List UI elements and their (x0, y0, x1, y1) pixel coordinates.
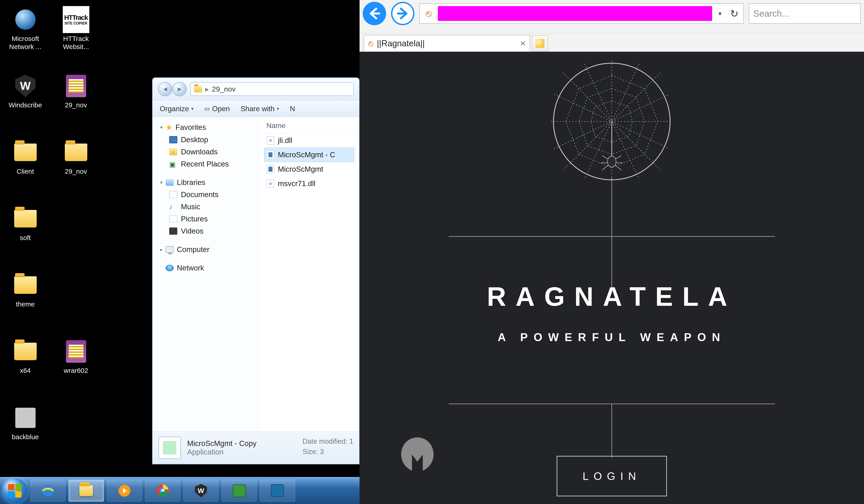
folder-icon (14, 276, 37, 294)
file-row[interactable]: ⚙ msvcr71.dll (264, 176, 354, 191)
sidebar-item-pictures[interactable]: Pictures (153, 213, 259, 225)
windscribe-icon: W (194, 484, 208, 497)
folder-icon (14, 144, 37, 161)
start-button[interactable] (2, 478, 27, 503)
ie-new-tab-button[interactable] (532, 35, 548, 51)
taskbar-item-procexp[interactable] (221, 480, 257, 502)
procexp-icon (233, 484, 246, 497)
ie-toolbar: ⎋ ▾ ↻ Search... (360, 0, 864, 33)
ie-browser-window: ⎋ ▾ ↻ Search... ⎋ ||Ragnatela|| × (360, 0, 864, 504)
reload-button[interactable]: ↻ (728, 8, 741, 19)
dll-file-icon: ⚙ (267, 136, 274, 145)
tree-expander-icon: ▾ (160, 180, 163, 185)
desktop-icon-wrar602[interactable]: wrar602 (53, 334, 99, 400)
details-size-value: 3 (320, 448, 324, 456)
ie-address-bar[interactable]: ⎋ ▾ ↻ (419, 3, 744, 24)
windows-taskbar: W (0, 477, 360, 504)
ie-address-redacted[interactable] (438, 6, 712, 21)
winrar-icon (66, 340, 86, 363)
file-name: msvcr71.dll (278, 179, 315, 188)
ie-search-box[interactable]: Search... (749, 3, 861, 24)
ragnatela-page: RAGNATELA A POWERFUL WEAPON LOGIN (360, 52, 864, 504)
sidebar-item-downloads[interactable]: Downloads (153, 146, 259, 158)
svg-line-21 (615, 155, 622, 159)
file-row[interactable]: ⚙ jli.dll (264, 133, 354, 147)
ie-tab[interactable]: ⎋ ||Ragnatela|| × (363, 35, 530, 51)
sidebar-item-videos[interactable]: Videos (153, 225, 259, 237)
arrow-right-icon (397, 8, 409, 20)
taskbar-item-explorer[interactable] (69, 480, 104, 502)
explorer-forward-button[interactable]: ► (172, 82, 187, 96)
details-filename: MicroScMgmt - Copy (187, 439, 256, 448)
folder-icon (194, 86, 202, 93)
taskbar-item-windscribe[interactable]: W (183, 480, 219, 502)
toolbar-item-cut[interactable]: N (290, 105, 295, 113)
chrome-icon (156, 484, 169, 497)
toolbar-open[interactable]: ▭ Open (204, 105, 230, 113)
desktop-icon-client[interactable]: Client (2, 135, 48, 201)
sidebar-libraries-head[interactable]: ▾ Libraries (153, 176, 259, 189)
svg-line-25 (615, 165, 622, 170)
sidebar-item-documents[interactable]: Documents (153, 189, 259, 201)
desktop-icon-microsoft-network[interactable]: Microsoft Network ... (2, 2, 48, 69)
login-button[interactable]: LOGIN (557, 456, 667, 496)
desktop-icons-area: Microsoft Network ... W Windscribe Clien… (2, 2, 99, 470)
explorer-sidebar: ▾ ★ Favorites Desktop Downloads ▣ Re (153, 117, 259, 431)
desktop-icon-label: 29_nov (65, 167, 87, 176)
file-row[interactable]: MicroScMgmt - C (264, 147, 354, 162)
open-icon: ▭ (204, 105, 210, 112)
desktop-icon-theme[interactable]: theme (2, 268, 48, 334)
desktop-icon-29nov-rar[interactable]: 29_nov (53, 69, 99, 135)
windscribe-icon: W (14, 75, 37, 97)
sidebar-item-music[interactable]: ♪ Music (153, 201, 259, 213)
sidebar-item-desktop[interactable]: Desktop (153, 134, 259, 146)
taskbar-item-wmp[interactable] (107, 480, 142, 502)
tree-expander-icon: ▾ (160, 125, 163, 130)
wireshark-icon (271, 484, 284, 497)
column-header-name[interactable]: Name (264, 120, 354, 133)
documents-icon (169, 191, 177, 198)
file-name: MicroScMgmt (278, 165, 323, 173)
breadcrumb-label: 29_nov (212, 85, 236, 93)
decor-horizontal-line (449, 236, 775, 237)
network-icon (166, 265, 174, 271)
explorer-toolbar: Organize ▾ ▭ Open Share with ▾ N (153, 100, 359, 117)
malwarebytes-watermark-icon (394, 432, 441, 477)
sidebar-favorites-head[interactable]: ▾ ★ Favorites (153, 121, 259, 134)
explorer-file-list: Name ⚙ jli.dll MicroScMgmt - C MicroScMg… (259, 117, 359, 431)
windows-desktop: Microsoft Network ... W Windscribe Clien… (0, 0, 360, 504)
explorer-back-button[interactable]: ◄ (158, 82, 172, 96)
tab-close-button[interactable]: × (520, 38, 526, 49)
desktop-icon-29nov-folder[interactable]: 29_nov (53, 135, 99, 201)
taskbar-item-ie[interactable] (30, 480, 66, 502)
ie-back-button[interactable] (363, 2, 386, 25)
explorer-breadcrumb[interactable]: ▸ 29_nov (190, 82, 354, 96)
sidebar-network-head[interactable]: ▸ Network (153, 262, 259, 274)
ie-forward-button[interactable] (391, 2, 415, 25)
toolbar-organize[interactable]: Organize ▾ (160, 105, 193, 113)
dll-file-icon: ⚙ (267, 179, 274, 188)
app-file-icon (267, 151, 274, 159)
desktop-icon-httrack[interactable]: HTTrackSITE COPIER HTTrack Websit... (53, 2, 99, 69)
desktop-icon-label: soft (20, 234, 31, 242)
toolbar-share-with[interactable]: Share with ▾ (241, 105, 279, 113)
desktop-icon-label: wrar602 (64, 367, 88, 375)
site-favicon-icon: ⎋ (368, 39, 373, 48)
explorer-window[interactable]: ◄ ► ▸ 29_nov Organize ▾ ▭ Open Share wit… (152, 77, 360, 464)
desktop-icon-label: Client (17, 167, 34, 176)
file-row[interactable]: MicroScMgmt (264, 162, 354, 176)
sidebar-item-recent-places[interactable]: ▣ Recent Places (153, 158, 259, 170)
desktop-icon-soft[interactable]: soft (2, 201, 48, 268)
desktop-icon-label: theme (16, 300, 35, 308)
taskbar-item-wireshark[interactable] (260, 480, 295, 502)
svg-line-24 (602, 165, 608, 170)
taskbar-item-chrome[interactable] (145, 480, 180, 502)
tree-expander-icon: ▸ (160, 247, 163, 252)
desktop-icon-windscribe[interactable]: W Windscribe (2, 69, 48, 135)
address-dropdown-button[interactable]: ▾ (715, 10, 725, 17)
sidebar-computer-head[interactable]: ▸ Computer (153, 243, 259, 256)
desktop-icon-x64[interactable]: x64 (2, 334, 48, 400)
desktop-icon-backblue[interactable]: backblue (2, 400, 48, 467)
ragnatela-logo (551, 61, 673, 182)
new-tab-icon (536, 39, 544, 48)
